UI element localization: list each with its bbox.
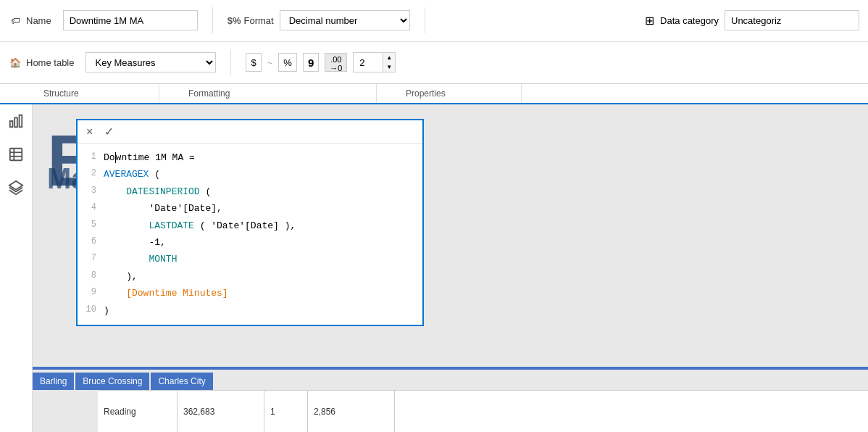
data-category-icon: ⊞ xyxy=(645,14,654,28)
code-line-5: 5 LASTDATE ( 'Date'[Date] ), xyxy=(78,217,422,234)
name-label-group: 🏷 Name xyxy=(9,14,51,27)
decimal-arrows: ▲ ▼ xyxy=(383,53,395,72)
divider-2 xyxy=(425,7,425,33)
format-select[interactable]: Decimal number xyxy=(280,10,410,30)
name-input[interactable] xyxy=(63,10,198,30)
code-line-7: 7 MONTH xyxy=(78,251,422,267)
svg-rect-1 xyxy=(14,117,17,127)
code-line-3: 3 DATESINPERIOD ( xyxy=(78,183,422,200)
section-label-formatting: Formatting xyxy=(159,84,377,103)
top-row-2: 🏠 Home table Key Measures $ ~ % 9 .00→0 … xyxy=(0,42,868,84)
bottom-table-area: Reading 362,683 1 2,856 xyxy=(98,390,868,432)
divider-3 xyxy=(230,49,231,75)
format-buttons-section: $ ~ % 9 .00→0 ▲ ▼ xyxy=(246,52,396,72)
top-bar: 🏷 Name $% Format Decimal number ⊞ Data c… xyxy=(0,0,868,84)
section-label-properties: Properties xyxy=(377,84,522,103)
code-line-6: 6 -1, xyxy=(78,234,422,251)
layers-icon[interactable] xyxy=(5,177,27,199)
name-icon: 🏷 xyxy=(9,14,22,27)
tilde-separator: ~ xyxy=(267,57,273,68)
bottom-tabs: Barling Bruce Crossing Charles City xyxy=(33,373,213,390)
bar-chart-icon[interactable] xyxy=(5,110,27,132)
format-icon: $% xyxy=(228,15,241,26)
decimal-input[interactable] xyxy=(354,53,383,72)
home-table-icon: 🏠 xyxy=(9,56,22,69)
format-section: $% Format Decimal number xyxy=(228,10,410,30)
val1-cell: 362,683 xyxy=(178,391,264,432)
home-table-select[interactable]: Key Measures xyxy=(85,52,216,72)
code-line-2: 2 AVERAGEX ( xyxy=(78,166,422,183)
section-label-structure: Structure xyxy=(0,84,159,103)
code-toolbar: × ✓ xyxy=(78,120,422,144)
home-table-label-group: 🏠 Home table xyxy=(9,56,74,69)
decimal-up-button[interactable]: ▲ xyxy=(383,53,395,62)
section-labels-bar: Structure Formatting Properties xyxy=(0,84,868,104)
code-line-9: 9 [Downtime Minutes] xyxy=(78,285,422,302)
percent-button[interactable]: % xyxy=(278,53,297,72)
data-category-input[interactable] xyxy=(725,10,859,30)
format-label-group: $% Format xyxy=(228,15,274,26)
cancel-button[interactable]: × xyxy=(83,124,96,140)
comma-button[interactable]: 9 xyxy=(303,53,319,72)
home-table-label: Home table xyxy=(26,57,74,68)
code-editor: × ✓ 1 Downtime 1M MA = 2 AVERAGEX ( 3 DA… xyxy=(76,119,424,326)
format-label: Format xyxy=(243,15,273,26)
name-label: Name xyxy=(26,15,51,26)
code-line-10: 10 ) xyxy=(78,302,422,319)
tab-barling[interactable]: Barling xyxy=(33,373,74,390)
decimal-down-button[interactable]: ▼ xyxy=(383,62,395,72)
decimal-arrow-button[interactable]: .00→0 xyxy=(325,53,347,72)
code-body: 1 Downtime 1M MA = 2 AVERAGEX ( 3 DATESI… xyxy=(78,144,422,325)
left-sidebar xyxy=(0,104,33,432)
svg-rect-0 xyxy=(10,121,13,127)
table-row: Reading 362,683 1 2,856 xyxy=(98,391,868,432)
tab-bruce-crossing[interactable]: Bruce Crossing xyxy=(75,373,149,390)
val3-cell: 2,856 xyxy=(308,391,395,432)
content-area: B Manu × ✓ 1 Downtime 1M MA = 2 AVERAGEX xyxy=(33,104,868,432)
data-category-section: ⊞ Data category xyxy=(645,10,859,30)
confirm-button[interactable]: ✓ xyxy=(101,123,117,140)
svg-rect-3 xyxy=(10,149,22,161)
tab-charles-city[interactable]: Charles City xyxy=(151,373,212,390)
blue-accent-bar xyxy=(33,367,868,370)
table-icon[interactable] xyxy=(5,144,27,165)
currency-button[interactable]: $ xyxy=(246,53,261,72)
divider-1 xyxy=(212,7,213,33)
code-line-1: 1 Downtime 1M MA = xyxy=(78,149,422,166)
code-line-8: 8 ), xyxy=(78,268,422,285)
val2-cell: 1 xyxy=(264,391,308,432)
city-cell: Reading xyxy=(98,391,178,432)
code-line-4: 4 'Date'[Date], xyxy=(78,200,422,217)
top-row-1: 🏷 Name $% Format Decimal number ⊞ Data c… xyxy=(0,0,868,42)
decimal-input-wrap: ▲ ▼ xyxy=(353,52,396,72)
main-content: B Manu × ✓ 1 Downtime 1M MA = 2 AVERAGEX xyxy=(0,104,868,432)
svg-rect-2 xyxy=(20,115,22,128)
data-category-label: Data category xyxy=(660,15,719,26)
